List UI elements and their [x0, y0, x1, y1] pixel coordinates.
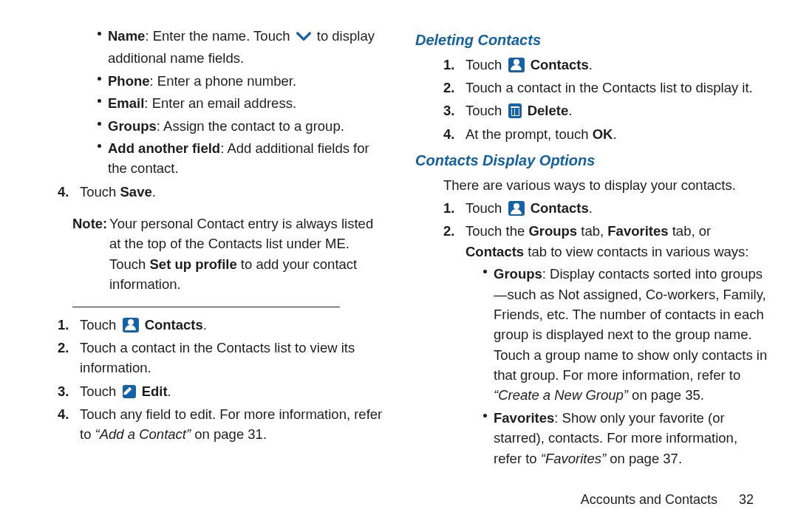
left-column: Name: Enter the name. Touch to display a… — [30, 24, 383, 532]
bullet-name: Name: Enter the name. Touch to display a… — [30, 26, 383, 69]
disp-step-1: 1.Touch Contacts. — [415, 198, 768, 218]
page-number: 32 — [739, 492, 754, 507]
heading-deleting: Deleting Contacts — [415, 30, 768, 52]
bullet-email: Email: Enter an email address. — [30, 93, 383, 113]
bullet-groups: Groups: Assign the contact to a group. — [30, 116, 383, 136]
contacts-icon — [123, 318, 139, 332]
note: Note: Your personal Contact entry is alw… — [30, 214, 383, 295]
del-step-1: 1.Touch Contacts. — [415, 55, 768, 75]
sub-favorites: Favorites: Show only your favorite (or s… — [466, 408, 768, 468]
step-2-view: 2.Touch a contact in the Contacts list t… — [30, 338, 383, 378]
footer-section: Accounts and Contacts — [581, 492, 717, 507]
step-4-editfield: 4.Touch any field to edit. For more info… — [30, 404, 383, 445]
bullet-add-field: Add another field: Add additional fields… — [30, 138, 383, 179]
step-3-edit: 3.Touch Edit. — [30, 381, 383, 401]
edit-icon — [123, 385, 136, 398]
chevron-down-icon — [296, 28, 311, 48]
del-step-4: 4.At the prompt, touch OK. — [415, 124, 768, 144]
disp-step-2: 2.Touch the Groups tab, Favorites tab, o… — [415, 221, 768, 468]
step-1-contacts: 1.Touch Contacts. — [30, 315, 383, 335]
right-column: Deleting Contacts 1.Touch Contacts. 2.To… — [415, 24, 768, 532]
del-step-2: 2.Touch a contact in the Contacts list t… — [415, 78, 768, 98]
divider — [72, 307, 340, 307]
page-footer: Accounts and Contacts 32 — [581, 490, 754, 510]
contacts-icon — [508, 58, 525, 72]
delete-icon — [508, 103, 522, 118]
step-4-save: 4.Touch Save. — [30, 182, 383, 202]
bullet-phone: Phone: Enter a phone number. — [30, 71, 383, 91]
disp-intro: There are various ways to display your c… — [415, 175, 768, 195]
heading-display-options: Contacts Display Options — [415, 150, 768, 172]
sub-groups: Groups: Display contacts sorted into gro… — [466, 264, 768, 406]
contacts-icon — [508, 201, 525, 216]
del-step-3: 3.Touch Delete. — [415, 100, 768, 120]
